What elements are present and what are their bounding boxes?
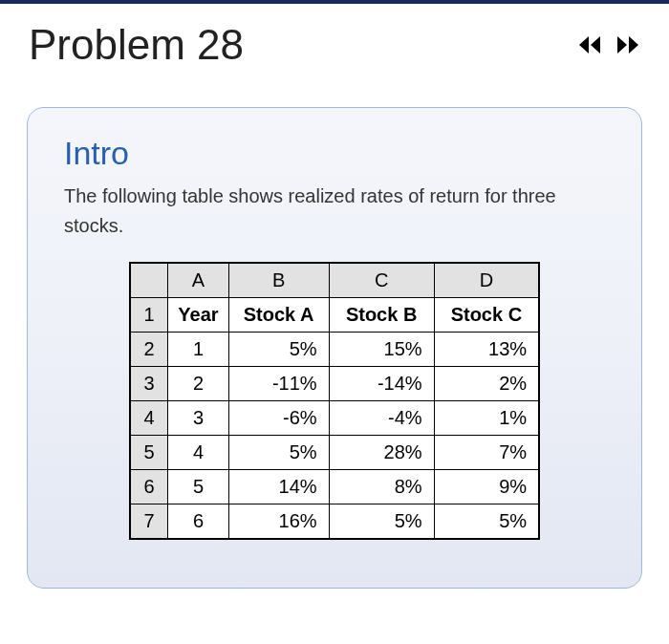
intro-card: Intro The following table shows realized… <box>27 107 642 589</box>
returns-table: A B C D 1 Year Stock A Stock B Stock C 2… <box>129 262 540 540</box>
table-row: 2 1 5% 15% 13% <box>130 333 539 367</box>
intro-text: The following table shows realized rates… <box>64 182 605 241</box>
table-row: 5 4 5% 28% 7% <box>130 436 539 470</box>
table-row: 3 2 -11% -14% 2% <box>130 367 539 401</box>
row-number: 2 <box>130 333 168 367</box>
cell-stock-a: 14% <box>228 470 329 504</box>
cell-stock-c: 1% <box>434 401 539 436</box>
cell-year: 2 <box>168 367 228 401</box>
cell-stock-b: 15% <box>329 333 434 367</box>
cell-stock-c: 9% <box>434 470 539 504</box>
cell-stock-c: 13% <box>434 333 539 367</box>
row-number: 4 <box>130 401 168 436</box>
header-stock-a: Stock A <box>228 298 329 333</box>
cell-stock-b: 8% <box>329 470 434 504</box>
cell-year: 5 <box>168 470 228 504</box>
cell-year: 6 <box>168 504 228 540</box>
col-letter: A <box>168 263 228 298</box>
col-letter: C <box>329 263 434 298</box>
corner-cell <box>130 263 168 298</box>
cell-stock-a: 16% <box>228 504 329 540</box>
page-title: Problem 28 <box>29 21 244 69</box>
cell-year: 1 <box>168 333 228 367</box>
cell-stock-b: -14% <box>329 367 434 401</box>
row-number: 1 <box>130 298 168 333</box>
row-number: 5 <box>130 436 168 470</box>
table-row: 7 6 16% 5% 5% <box>130 504 539 540</box>
cell-stock-a: -6% <box>228 401 329 436</box>
cell-stock-b: 5% <box>329 504 434 540</box>
header-stock-c: Stock C <box>434 298 539 333</box>
cell-stock-a: 5% <box>228 333 329 367</box>
cell-stock-b: -4% <box>329 401 434 436</box>
cell-stock-b: 28% <box>329 436 434 470</box>
cell-stock-c: 5% <box>434 504 539 540</box>
cell-stock-a: 5% <box>228 436 329 470</box>
header-year: Year <box>168 298 228 333</box>
col-letter: B <box>228 263 329 298</box>
nav-arrows <box>577 34 640 55</box>
table-column-letters: A B C D <box>130 263 539 298</box>
table-header-row: 1 Year Stock A Stock B Stock C <box>130 298 539 333</box>
row-number: 3 <box>130 367 168 401</box>
table-row: 4 3 -6% -4% 1% <box>130 401 539 436</box>
cell-stock-c: 2% <box>434 367 539 401</box>
cell-stock-c: 7% <box>434 436 539 470</box>
row-number: 7 <box>130 504 168 540</box>
cell-year: 3 <box>168 401 228 436</box>
header-stock-b: Stock B <box>329 298 434 333</box>
next-icon[interactable] <box>615 34 640 55</box>
col-letter: D <box>434 263 539 298</box>
row-number: 6 <box>130 470 168 504</box>
cell-stock-a: -11% <box>228 367 329 401</box>
prev-icon[interactable] <box>577 34 602 55</box>
table-row: 6 5 14% 8% 9% <box>130 470 539 504</box>
cell-year: 4 <box>168 436 228 470</box>
section-heading: Intro <box>64 135 605 172</box>
